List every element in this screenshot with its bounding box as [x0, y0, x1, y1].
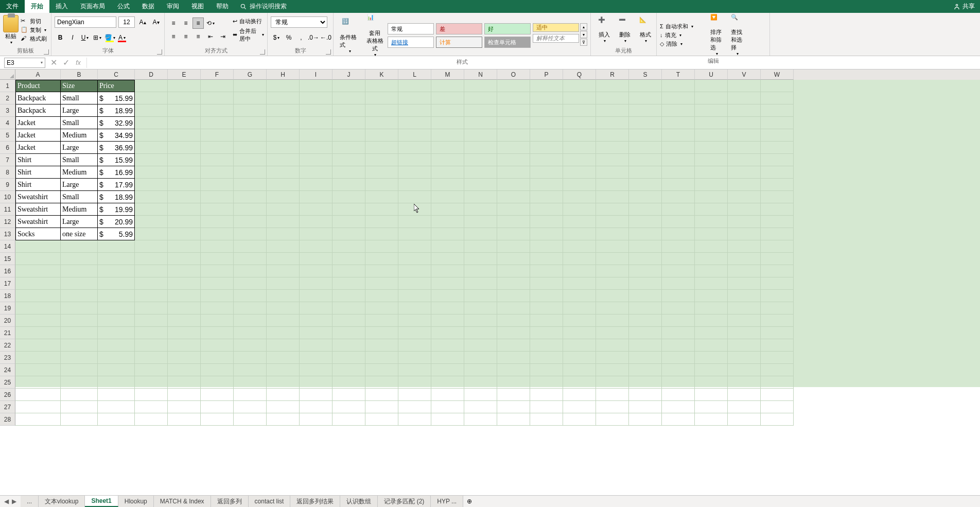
cell-T20[interactable]: [662, 314, 695, 327]
cell-U21[interactable]: [695, 327, 728, 339]
cell-U24[interactable]: [695, 364, 728, 376]
cell-U17[interactable]: [695, 277, 728, 290]
cell-A3[interactable]: Backpack: [15, 104, 61, 117]
cell-R9[interactable]: [596, 179, 629, 191]
cell-styles-gallery[interactable]: 常规 差 好 超链接 计算 检查单元格: [388, 23, 531, 48]
cell-U4[interactable]: [695, 117, 728, 129]
cell-U14[interactable]: [695, 240, 728, 253]
cell-M21[interactable]: [431, 327, 464, 339]
cell-K8[interactable]: [365, 166, 398, 179]
cell-P7[interactable]: [530, 154, 563, 166]
cell-S22[interactable]: [629, 339, 662, 352]
cell-D2[interactable]: [135, 92, 168, 104]
cell-L7[interactable]: [398, 154, 431, 166]
cell-I28[interactable]: [300, 413, 332, 426]
cell-R22[interactable]: [596, 339, 629, 352]
cell-V2[interactable]: [728, 92, 761, 104]
format-cells-button[interactable]: 📐格式▾: [635, 16, 656, 43]
cell-O28[interactable]: [497, 413, 530, 426]
cell-O11[interactable]: [497, 203, 530, 216]
cell-U12[interactable]: [695, 216, 728, 228]
cell-P28[interactable]: [530, 413, 563, 426]
cell-I12[interactable]: [300, 216, 332, 228]
align-left-button[interactable]: ≡: [168, 31, 179, 42]
menu-file[interactable]: 文件: [0, 0, 25, 13]
cell-P22[interactable]: [530, 339, 563, 352]
cell-I14[interactable]: [300, 240, 332, 253]
cell-B26[interactable]: [61, 389, 98, 401]
cell-E17[interactable]: [168, 277, 201, 290]
cell-N3[interactable]: [464, 104, 497, 117]
cell-D21[interactable]: [135, 327, 168, 339]
cell-V26[interactable]: [728, 389, 761, 401]
cell-L16[interactable]: [398, 265, 431, 277]
cell-N5[interactable]: [464, 129, 497, 142]
menu-home[interactable]: 开始: [25, 0, 49, 13]
cell-U16[interactable]: [695, 265, 728, 277]
cell-P4[interactable]: [530, 117, 563, 129]
cell-G25[interactable]: [234, 376, 267, 389]
cell-C17[interactable]: [98, 277, 135, 290]
cell-D13[interactable]: [135, 228, 168, 240]
row-header-28[interactable]: 28: [0, 413, 15, 426]
sheet-tab-6[interactable]: contact list: [249, 496, 291, 507]
sheet-tab-3[interactable]: Hlookup: [118, 496, 154, 507]
cell-H21[interactable]: [267, 327, 300, 339]
cell-K26[interactable]: [365, 389, 398, 401]
menu-data[interactable]: 数据: [136, 0, 161, 13]
cell-C19[interactable]: [98, 302, 135, 314]
cell-V21[interactable]: [728, 327, 761, 339]
row-header-1[interactable]: 1: [0, 80, 15, 92]
column-header-S[interactable]: S: [629, 69, 662, 80]
cell-O3[interactable]: [497, 104, 530, 117]
cell-P25[interactable]: [530, 376, 563, 389]
cell-S1[interactable]: [629, 80, 662, 92]
cell-Q25[interactable]: [563, 376, 596, 389]
cell-G9[interactable]: [234, 179, 267, 191]
cell-E22[interactable]: [168, 339, 201, 352]
cell-F5[interactable]: [201, 129, 234, 142]
orientation-button[interactable]: ⟲▾: [205, 18, 216, 29]
column-header-O[interactable]: O: [497, 69, 530, 80]
row-header-7[interactable]: 7: [0, 154, 15, 166]
cell-M2[interactable]: [431, 92, 464, 104]
sheet-nav-next[interactable]: ▶: [12, 498, 16, 505]
cell-K19[interactable]: [365, 302, 398, 314]
cell-R16[interactable]: [596, 265, 629, 277]
column-header-F[interactable]: F: [201, 69, 234, 80]
cell-D5[interactable]: [135, 129, 168, 142]
cell-M7[interactable]: [431, 154, 464, 166]
cell-A20[interactable]: [15, 314, 61, 327]
cell-D17[interactable]: [135, 277, 168, 290]
row-header-8[interactable]: 8: [0, 166, 15, 179]
cell-L15[interactable]: [398, 253, 431, 265]
cut-button[interactable]: ✂剪切: [21, 18, 48, 25]
cell-F25[interactable]: [201, 376, 234, 389]
cell-F12[interactable]: [201, 216, 234, 228]
cell-M14[interactable]: [431, 240, 464, 253]
cell-W18[interactable]: [761, 290, 794, 302]
cell-V16[interactable]: [728, 265, 761, 277]
cell-P9[interactable]: [530, 179, 563, 191]
cell-K6[interactable]: [365, 142, 398, 154]
cell-J20[interactable]: [332, 314, 365, 327]
cell-V9[interactable]: [728, 179, 761, 191]
cell-I22[interactable]: [300, 339, 332, 352]
cell-L28[interactable]: [398, 413, 431, 426]
cell-P13[interactable]: [530, 228, 563, 240]
italic-button[interactable]: I: [67, 32, 78, 43]
cell-M16[interactable]: [431, 265, 464, 277]
cell-G17[interactable]: [234, 277, 267, 290]
number-launcher[interactable]: [326, 49, 331, 55]
cell-E19[interactable]: [168, 302, 201, 314]
cell-G20[interactable]: [234, 314, 267, 327]
row-header-10[interactable]: 10: [0, 191, 15, 203]
cell-L27[interactable]: [398, 401, 431, 413]
cell-J21[interactable]: [332, 327, 365, 339]
column-header-M[interactable]: M: [431, 69, 464, 80]
cell-S5[interactable]: [629, 129, 662, 142]
cell-C8[interactable]: $16.99: [98, 166, 135, 179]
cell-J5[interactable]: [332, 129, 365, 142]
autosum-button[interactable]: Σ自动求和▾: [660, 23, 706, 30]
cell-G28[interactable]: [234, 413, 267, 426]
